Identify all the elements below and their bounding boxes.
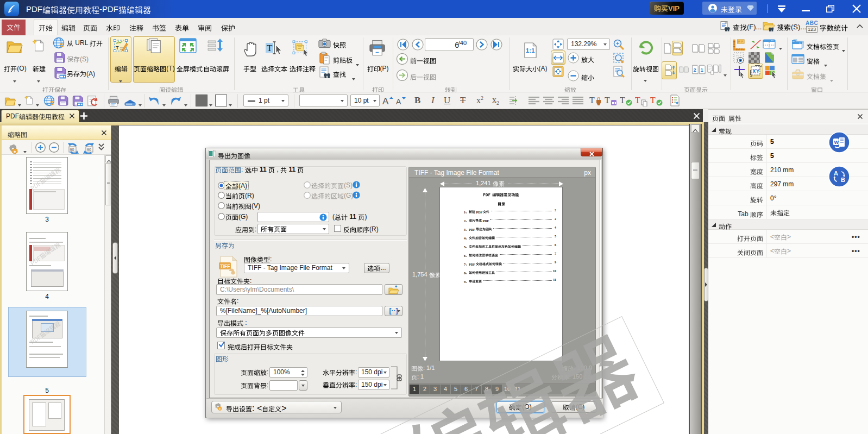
- svg-text:90: 90: [87, 148, 91, 152]
- svg-text:T: T: [605, 96, 610, 105]
- svg-text:T: T: [267, 43, 273, 53]
- svg-text:90: 90: [70, 148, 74, 152]
- svg-text:B: B: [841, 177, 845, 183]
- svg-text:2: 2: [694, 67, 696, 73]
- svg-text:A: A: [396, 97, 401, 106]
- svg-text:T: T: [635, 96, 640, 105]
- svg-text:TIFF: TIFF: [221, 263, 230, 269]
- svg-text:A: A: [834, 170, 838, 177]
- svg-text:W: W: [834, 140, 839, 145]
- svg-text:A: A: [382, 96, 389, 106]
- svg-text:T: T: [650, 96, 656, 105]
- svg-text:1:1: 1:1: [526, 47, 535, 54]
- svg-text:1: 1: [701, 67, 703, 73]
- svg-text:XY: XY: [752, 68, 760, 74]
- svg-text:T: T: [620, 96, 625, 105]
- svg-text:T: T: [589, 96, 595, 105]
- svg-text:T: T: [116, 45, 119, 51]
